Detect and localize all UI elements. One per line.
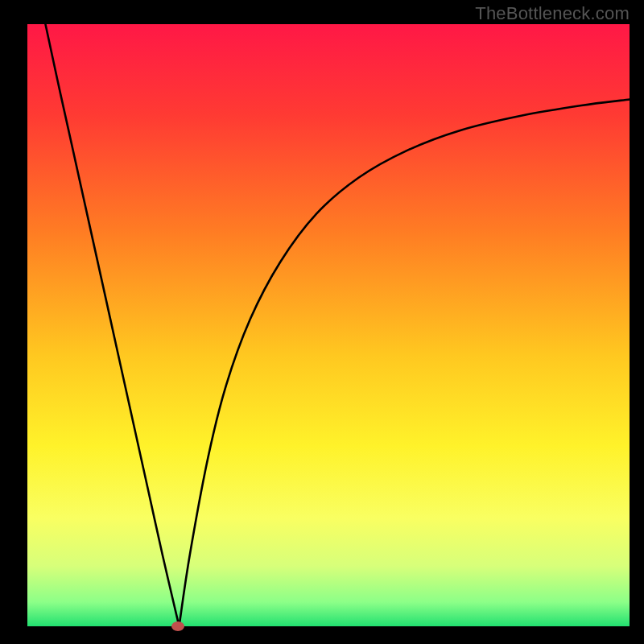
watermark-text: TheBottleneck.com — [475, 3, 630, 24]
minimum-marker — [171, 621, 184, 631]
plot-background — [27, 24, 630, 626]
chart-container: { "watermark": "TheBottleneck.com", "cha… — [0, 0, 644, 644]
bottleneck-chart — [0, 0, 644, 644]
